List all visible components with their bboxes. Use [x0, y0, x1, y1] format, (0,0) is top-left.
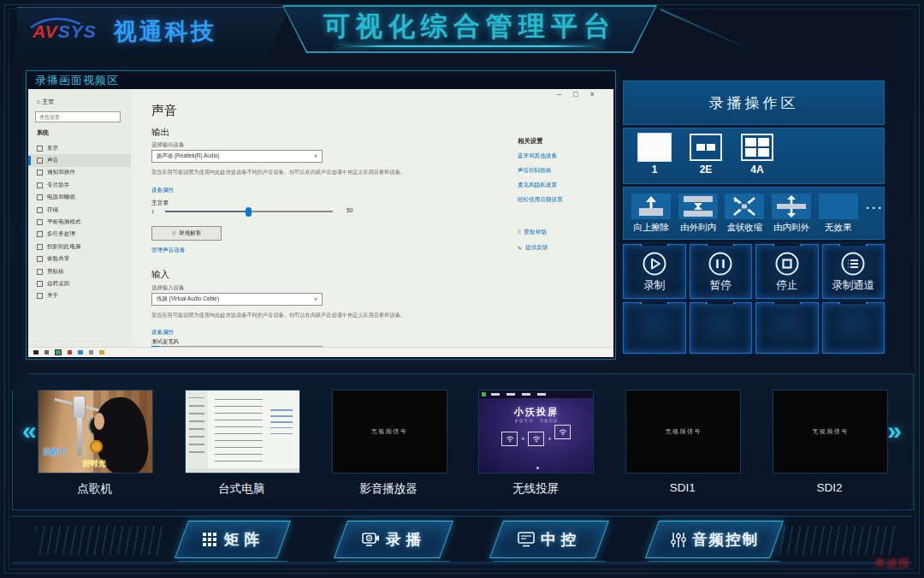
layout-button-1[interactable]: 1: [636, 134, 673, 183]
channel-list-icon: [840, 251, 866, 277]
source-wireless-cast[interactable]: 小沃投屏 多屏互动 · 无线同屏 + + 无线投屏: [478, 390, 592, 497]
box-shrink-icon: [725, 194, 764, 219]
sidebar-item-label: 投影到此电脑: [47, 243, 81, 251]
volume-slider-thumb[interactable]: [246, 207, 252, 217]
outside-in-icon: [678, 194, 718, 219]
transition-outside-in[interactable]: 由外到内: [678, 194, 720, 234]
taskbar-app-icon[interactable]: [68, 350, 73, 355]
sidebar-item-display[interactable]: 显示: [28, 142, 131, 154]
taskview-icon[interactable]: [55, 349, 62, 356]
next-sources-button[interactable]: »: [887, 418, 902, 444]
nav-audio-control-button[interactable]: 音频控制: [645, 521, 784, 558]
troubleshoot-button[interactable]: ⚐疑难解答: [151, 226, 222, 241]
transition-wipe-up[interactable]: 向上擦除: [631, 194, 672, 234]
settings-sidebar: ⌂ 主页 系统 显示 声音 通知和操作 专注助手 电源和睡眠 存储 平板电脑模式…: [28, 89, 131, 348]
input-device-dropdown[interactable]: 线路 (Virtual Audio Cable)˅: [151, 293, 323, 306]
taskbar-app-icon[interactable]: [89, 350, 94, 355]
transition-inside-out[interactable]: 由内到外: [771, 194, 813, 234]
sidebar-item-about[interactable]: 关于: [28, 290, 131, 302]
input-description: 某些应用可能设置为使用与此处所选设备不同的声音设备。你可以在高级声音选项中自定义…: [151, 312, 424, 319]
nav-label: 中控: [541, 529, 581, 550]
ease-of-access-audio-link[interactable]: 轻松使用音频设置: [518, 196, 563, 204]
speaker-icon: ♪: [151, 207, 155, 215]
no-signal-text: 无视频信号: [773, 390, 887, 473]
company-name: 视通科技: [114, 16, 216, 47]
layout-button-4a[interactable]: 4A: [738, 134, 776, 183]
sidebar-item-focus[interactable]: 专注助手: [28, 179, 131, 191]
layout-2e-icon: [690, 134, 722, 161]
cast-menu-items: [491, 393, 551, 396]
device-properties-link[interactable]: 设备属性: [151, 187, 174, 194]
sidebar-item-projecting[interactable]: 投影到此电脑: [28, 241, 131, 253]
empty-slot-button[interactable]: [623, 302, 686, 354]
plus-sign: +: [548, 436, 551, 442]
mic-stand: [77, 418, 82, 456]
layout-button-2e[interactable]: 2E: [687, 134, 725, 183]
avsys-logo: AVSYS: [31, 20, 105, 44]
sidebar-item-remote[interactable]: 远程桌面: [28, 277, 131, 289]
output-device-value: 扬声器 (Realtek(R) Audio): [157, 152, 220, 160]
sidebar-item-power[interactable]: 电源和睡眠: [28, 192, 131, 204]
source-karaoke[interactable]: 天桥下 好时光 点歌机: [38, 390, 151, 497]
sidebar-home-item[interactable]: ⌂ 主页: [37, 98, 131, 106]
mini-sidebar-lines: [189, 397, 204, 457]
mic-privacy-link[interactable]: 麦克风隐私设置: [518, 182, 557, 189]
help-icon: ⍰: [518, 229, 521, 235]
nav-matrix-button[interactable]: 矩阵: [175, 521, 291, 558]
sidebar-item-tablet[interactable]: 平板电脑模式: [28, 216, 131, 228]
platform-root: AVSYS 视通科技 可视化综合管理平台 录播画面视频区 –□× ⌂ 主页 系统…: [0, 0, 924, 578]
shared-icon: [37, 256, 43, 262]
sidebar-item-notifications[interactable]: 通知和操作: [28, 167, 131, 179]
source-desktop-pc[interactable]: 台式电脑: [185, 390, 299, 497]
transition-label: 向上擦除: [633, 222, 669, 234]
stop-button[interactable]: 停止: [755, 244, 819, 299]
layout-label: 4A: [750, 164, 763, 176]
layout-1-icon: [638, 134, 671, 161]
transition-box-shrink[interactable]: 盒状收缩: [724, 194, 766, 234]
bluetooth-devices-link[interactable]: 蓝牙和其他设备: [518, 152, 557, 160]
cast-green-icon: [482, 392, 486, 396]
sound-icon: [37, 158, 43, 164]
input-device-properties-link[interactable]: 设备属性: [151, 329, 174, 337]
sidebar-item-sound[interactable]: 声音: [28, 154, 131, 166]
cast-steps: + +: [479, 432, 593, 446]
prev-sources-button[interactable]: «: [22, 418, 37, 444]
output-select-label: 选择输出设备: [151, 141, 184, 149]
microphone: [73, 396, 86, 420]
sound-control-panel-link[interactable]: 声音控制面板: [518, 167, 552, 175]
get-help-link[interactable]: ⍰获取帮助: [518, 229, 547, 236]
preview-screen[interactable]: –□× ⌂ 主页 系统 显示 声音 通知和操作 专注助手 电源和睡眠 存储 平板…: [28, 89, 613, 357]
lyric-subtitle-yellow: 好时光: [83, 458, 106, 469]
volume-slider[interactable]: [165, 211, 333, 212]
storage-icon: [37, 207, 43, 213]
plus-sign: +: [521, 436, 524, 442]
empty-slot-button[interactable]: [755, 302, 819, 354]
settings-search-input[interactable]: [35, 111, 121, 122]
taskbar-app-icon[interactable]: [99, 350, 104, 355]
source-media-player[interactable]: 无视频信号 影音播放器: [332, 390, 446, 497]
pause-button[interactable]: 暂停: [690, 244, 753, 299]
sidebar-item-multitask[interactable]: 多任务处理: [28, 229, 131, 241]
manage-sound-devices-link[interactable]: 管理声音设备: [151, 247, 186, 254]
sidebar-item-storage[interactable]: 存储: [28, 204, 131, 216]
nav-central-control-button[interactable]: 中控: [489, 521, 609, 558]
source-sdi1[interactable]: 无视频信号 SDI1: [625, 390, 739, 497]
start-button-icon[interactable]: [33, 350, 38, 355]
sidebar-item-label: 声音: [47, 157, 58, 164]
feedback-link[interactable]: ✎提供反馈: [518, 244, 548, 252]
transition-none[interactable]: 无效果: [817, 194, 859, 234]
source-sdi2[interactable]: 无视频信号 SDI2: [773, 390, 886, 497]
record-button[interactable]: 录制: [623, 244, 686, 299]
empty-slot-button[interactable]: [690, 302, 753, 354]
empty-slot-button[interactable]: [822, 302, 886, 354]
output-device-dropdown[interactable]: 扬声器 (Realtek(R) Audio)˅: [151, 150, 323, 163]
sidebar-item-shared[interactable]: 体验共享: [28, 253, 131, 265]
sidebar-item-clipboard[interactable]: 剪贴板: [28, 265, 131, 277]
more-transitions-button[interactable]: ···: [866, 200, 884, 215]
nav-recording-button[interactable]: 录播: [334, 521, 453, 558]
record-channel-button[interactable]: 录制通道: [822, 244, 886, 299]
transition-label: 由外到内: [680, 222, 716, 234]
taskbar-app-icon[interactable]: [78, 350, 83, 355]
search-icon[interactable]: [44, 350, 50, 355]
header-decoration-line: [660, 9, 755, 52]
